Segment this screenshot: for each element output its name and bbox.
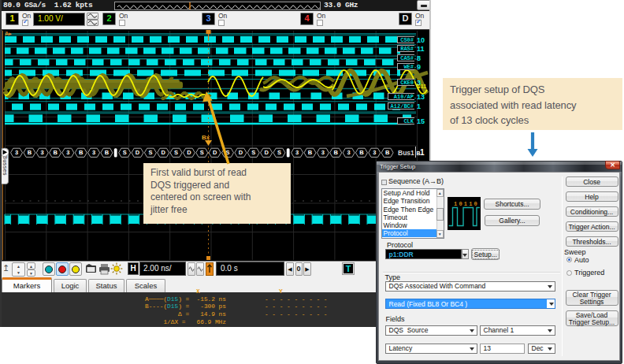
svg-text:B: B bbox=[385, 149, 390, 156]
svg-text:B: B bbox=[28, 149, 32, 156]
svg-text:D: D bbox=[264, 149, 269, 156]
svg-text:S: S bbox=[123, 149, 127, 156]
svg-text:D: D bbox=[161, 149, 165, 156]
svg-text:B: B bbox=[359, 149, 364, 156]
svg-text:3: 3 bbox=[41, 149, 44, 156]
svg-text:3: 3 bbox=[66, 149, 69, 156]
svg-text:3: 3 bbox=[373, 149, 376, 156]
svg-text:10110: 10110 bbox=[454, 201, 479, 207]
svg-text:3: 3 bbox=[347, 149, 351, 156]
svg-text:S: S bbox=[174, 149, 178, 156]
svg-text:B: B bbox=[308, 149, 313, 156]
svg-text:S: S bbox=[251, 149, 255, 156]
svg-text:D: D bbox=[187, 149, 191, 156]
svg-text:3: 3 bbox=[321, 149, 325, 156]
svg-text:D: D bbox=[239, 149, 243, 156]
svg-text:S: S bbox=[148, 149, 152, 156]
svg-text:B: B bbox=[105, 149, 110, 156]
svg-text:S: S bbox=[277, 149, 281, 156]
svg-text:B: B bbox=[79, 149, 84, 156]
svg-text:B: B bbox=[53, 149, 58, 156]
svg-text:3: 3 bbox=[92, 149, 95, 156]
svg-text:3: 3 bbox=[295, 149, 299, 156]
svg-text:D: D bbox=[136, 149, 140, 156]
svg-text:3: 3 bbox=[15, 149, 18, 156]
svg-text:B: B bbox=[333, 149, 338, 156]
